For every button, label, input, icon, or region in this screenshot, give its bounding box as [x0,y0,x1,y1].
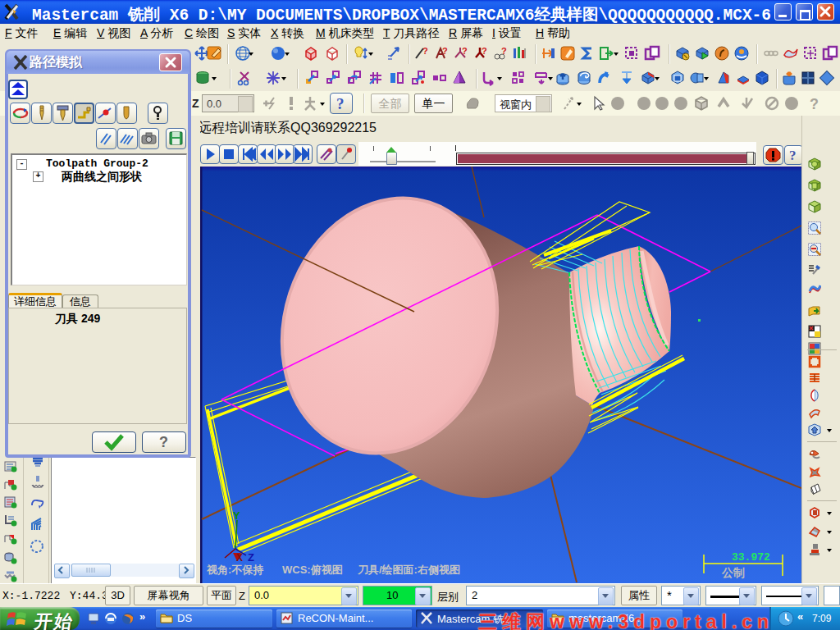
svg-text:?: ? [789,148,797,163]
svg-text:?: ? [442,46,448,56]
svg-text:?: ? [482,46,487,56]
svg-text:?: ? [159,434,168,450]
svg-text:WCS:俯视图: WCS:俯视图 [282,564,343,576]
svg-text:33.972: 33.972 [732,551,770,564]
svg-text:?: ? [462,46,468,56]
svg-text:公制: 公制 [721,566,745,579]
svg-text:Z: Z [248,551,254,564]
svg-text:?: ? [422,46,428,56]
svg-text:?: ? [336,95,345,112]
svg-text:刀具/绘图面:右侧视图: 刀具/绘图面:右侧视图 [357,564,460,576]
svg-text:X: X [236,552,243,564]
svg-text:Y: Y [233,509,240,522]
svg-text:?: ? [810,96,819,112]
svg-text:?: ? [501,46,507,56]
svg-text:视角:不保持: 视角:不保持 [206,564,263,576]
